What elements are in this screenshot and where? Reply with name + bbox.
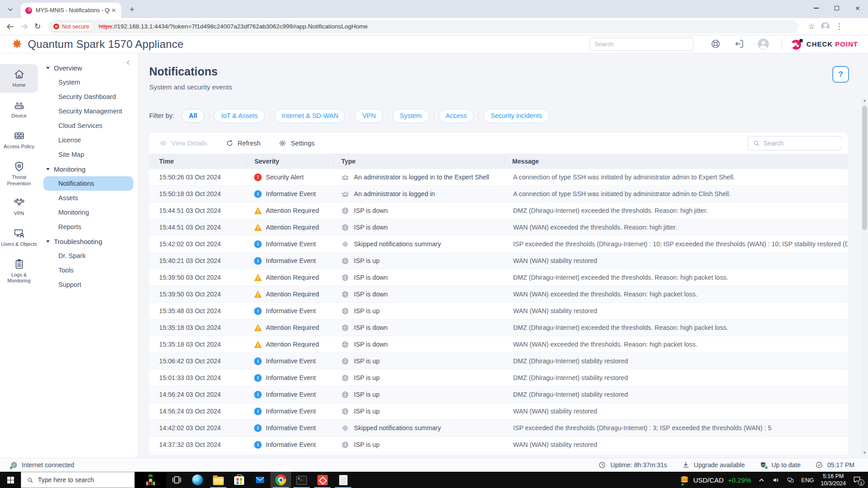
table-row[interactable]: 15:44:51 03 Oct 2024!Attention RequiredI… [149,202,848,219]
view-details-button[interactable]: View Details [159,139,208,147]
sidebar-item-users-objects[interactable]: Users & Objects [0,223,38,252]
window-close-button[interactable]: ✕ [847,0,868,16]
collapse-nav-icon[interactable] [125,60,133,68]
taskbar-clock[interactable]: 5:16 PM 10/3/2024 [821,473,846,488]
taskbar-task-view-icon[interactable] [166,472,187,488]
tab-close-icon[interactable]: ✕ [110,7,118,14]
taskbar-file-explorer-icon[interactable] [208,472,229,488]
filter-all[interactable]: All [182,109,205,123]
table-row[interactable]: 15:50:18 03 Oct 2024iInformative EventAn… [149,186,848,202]
scrollbar-thumb[interactable] [862,106,867,230]
page-help-button[interactable]: ? [832,66,849,83]
global-search-input[interactable] [594,41,689,47]
language-indicator[interactable]: ENG [801,477,814,483]
new-tab-button[interactable]: + [127,4,137,15]
table-row[interactable]: 14:37:32 03 Oct 2024iInformative EventIS… [149,436,848,453]
global-search[interactable] [590,38,693,51]
column-header-severity[interactable]: Severity [246,156,333,166]
table-row[interactable]: 14:42:02 03 Oct 2024iInformative EventSk… [149,420,848,436]
nav-item-system[interactable]: System [43,75,133,89]
url-input[interactable]: ✕ Not secure https://192.168.13.1:4434/?… [48,20,798,33]
browser-reload-icon[interactable]: ↻ [31,20,44,33]
nav-item-site-map[interactable]: Site Map [43,147,133,162]
browser-menu-kebab-icon[interactable]: ⋮ [832,20,846,33]
nav-section-overview[interactable]: Overview [39,61,138,75]
action-center-icon[interactable]: 1 [853,475,863,484]
taskbar-store-icon[interactable] [229,472,250,488]
taskbar-mail-icon[interactable] [250,472,270,488]
filter-system[interactable]: System [392,109,429,123]
currency-ticker[interactable]: USD/CAD +0.29% [680,476,751,484]
sidebar-item-logs-monitoring[interactable]: Logs & Monitoring [0,254,38,288]
browser-forward-icon[interactable] [17,20,31,33]
sidebar-item-home[interactable]: Home [0,64,38,93]
table-row[interactable]: 14:56:24 03 Oct 2024iInformative EventIS… [149,403,848,420]
nav-item-security-dashboard[interactable]: Security Dashboard [43,89,133,104]
taskbar-pinned-emblem-icon[interactable] [135,472,166,488]
taskbar-notepad-icon[interactable] [333,472,354,488]
table-row[interactable]: 15:44:51 03 Oct 2024!Attention RequiredI… [149,219,848,236]
settings-button[interactable]: Settings [278,139,314,147]
network-icon[interactable] [787,476,794,484]
table-row[interactable]: 15:40:21 03 Oct 2024iInformative EventIS… [149,253,848,269]
nav-item-monitoring[interactable]: Monitoring [43,205,133,220]
scroll-down-icon[interactable]: ▼ [861,449,868,456]
start-button[interactable] [0,472,21,488]
table-search-input[interactable] [764,140,845,147]
window-maximize-button[interactable] [826,0,847,16]
nav-item-license[interactable]: License [43,133,133,147]
table-row[interactable]: 15:50:26 03 Oct 2024!Security AlertAn ad… [149,169,848,186]
table-row[interactable]: 15:35:18 03 Oct 2024!Attention RequiredI… [149,319,848,336]
table-row[interactable]: 15:35:48 03 Oct 2024iInformative EventIS… [149,303,848,319]
table-row[interactable]: 15:39:50 03 Oct 2024!Attention RequiredI… [149,286,848,303]
filter-internet-sd-wan[interactable]: Internet & SD-WAN [274,109,345,123]
taskbar-edge-icon[interactable] [187,472,208,488]
nav-section-monitoring[interactable]: Monitoring [39,162,138,176]
nav-item-tools[interactable]: Tools [43,263,133,277]
taskbar-red-diamond-app-icon[interactable] [312,472,333,488]
tab-search-chevron-icon[interactable] [5,4,16,15]
table-row[interactable]: 15:01:33 03 Oct 2024iInformative EventIS… [149,370,848,386]
column-header-time[interactable]: Time [149,156,246,166]
nav-item-assets[interactable]: Assets [43,191,133,205]
window-minimize-button[interactable] [806,0,826,16]
nav-item-security-management[interactable]: Security Management [43,104,133,118]
logout-icon[interactable] [734,38,745,50]
column-header-type[interactable]: Type [333,156,504,166]
nav-item-cloud-services[interactable]: Cloud Services [43,118,133,133]
page-scrollbar[interactable]: ▲ ▼ [861,97,868,456]
sidebar-item-device[interactable]: Device [0,95,38,124]
filter-vpn[interactable]: VPN [355,109,383,123]
tray-chevron-up-icon[interactable] [758,476,765,484]
refresh-button[interactable]: Refresh [226,139,261,147]
bookmark-star-icon[interactable]: ☆ [805,20,818,33]
nav-item-support[interactable]: Support [43,277,133,292]
sidebar-item-threat-prevention[interactable]: Threat Prevention [0,156,38,191]
browser-back-icon[interactable] [4,20,17,33]
table-row[interactable]: 15:39:50 03 Oct 2024!Attention RequiredI… [149,269,848,286]
nav-section-troubleshooting[interactable]: Troubleshooting [39,234,138,249]
taskbar-search[interactable]: Type here to search [21,472,135,488]
sidebar-item-access-policy[interactable]: Access Policy [0,126,38,155]
filter-iot-assets[interactable]: IoT & Assets [214,109,265,123]
upgrade-status[interactable]: Upgrade available [682,461,745,469]
help-lifebuoy-icon[interactable] [710,38,722,50]
browser-tab[interactable]: MYS-MNIS - Notifications - Qua ✕ [21,3,121,18]
nav-item-reports[interactable]: Reports [43,220,133,234]
table-row[interactable]: 15:06:42 03 Oct 2024iInformative EventIS… [149,353,848,370]
table-search[interactable] [748,136,841,150]
scroll-up-icon[interactable]: ▲ [861,97,868,103]
taskbar-terminal-icon[interactable] [291,472,312,488]
column-header-message[interactable]: Message [504,156,848,166]
browser-profile-icon[interactable] [821,22,830,31]
table-row[interactable]: 14:56:24 03 Oct 2024iInformative EventIS… [149,386,848,403]
user-avatar[interactable] [757,38,769,50]
table-row[interactable]: 15:42:02 03 Oct 2024iInformative EventSk… [149,236,848,253]
not-secure-badge[interactable]: ✕ Not secure [50,22,94,32]
taskbar-chrome-icon[interactable] [270,472,291,488]
filter-security-incidents[interactable]: Security incidents [483,109,549,123]
nav-item-notifications[interactable]: Notifications [43,176,133,191]
nav-item-dr-spark[interactable]: Dr. Spark [43,249,133,263]
volume-icon[interactable] [772,476,780,484]
filter-access[interactable]: Access [439,109,474,123]
